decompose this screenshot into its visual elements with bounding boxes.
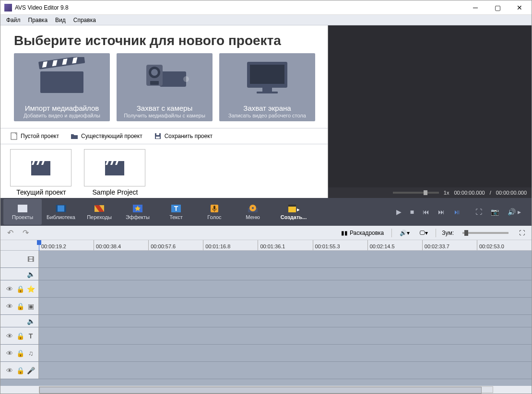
speaker-icon: 🔈 [27, 270, 35, 278]
timeline-ruler[interactable]: 00:00:19.2 00:00:38.4 00:00:57.6 00:01:1… [0, 240, 532, 251]
view-options-button[interactable]: 🖵▾ [417, 229, 430, 237]
fullscreen-button[interactable]: ⛶ [475, 208, 482, 216]
toolstrip: Проекты Библиотека Переходы Эффекты T Те… [0, 198, 532, 226]
card-subtitle: Получить медиафайлы с камеры [124, 113, 205, 118]
play-button[interactable]: ▶ [396, 208, 402, 216]
track-voice[interactable]: 👁 🔒 🎤 [0, 362, 532, 379]
card-subtitle: Записать видео рабочего стола [228, 113, 306, 118]
volume-button[interactable]: 🔊 ▸ [508, 208, 521, 216]
tool-label: Библиотека [47, 214, 75, 220]
microphone-icon [209, 204, 220, 213]
clapperboard-icon [103, 158, 126, 177]
card-capture-camera[interactable]: Захват с камеры Получить медиафайлы с ка… [117, 53, 213, 121]
speed-slider[interactable] [393, 192, 439, 194]
recent-item-sample[interactable]: Sample Project [84, 149, 146, 193]
eye-icon[interactable]: 👁 [6, 302, 13, 310]
ruler-mark: 00:01:55.3 [313, 240, 367, 250]
timeline-scrollbar[interactable] [0, 386, 532, 394]
ruler-mark: 00:00:38.4 [94, 240, 148, 250]
lock-icon[interactable]: 🔒 [16, 349, 24, 357]
next-button[interactable]: ⏭ [438, 208, 445, 216]
card-title: Захват экрана [243, 104, 291, 112]
speed-label: 1x [444, 190, 449, 196]
maximize-button[interactable]: ▢ [486, 0, 508, 15]
eye-icon[interactable]: 👁 [6, 332, 13, 340]
tool-label: Создать... [281, 214, 307, 220]
audio-options-button[interactable]: 🔊▾ [398, 229, 412, 237]
recent-thumb [84, 149, 145, 186]
zoom-slider[interactable] [462, 232, 508, 234]
track-overlay[interactable]: 👁 🔒 ▣ [0, 298, 532, 315]
eye-icon[interactable]: 👁 [6, 349, 13, 357]
zoom-fit-button[interactable]: ⛶ [517, 229, 527, 237]
menu-edit[interactable]: Правка [24, 16, 52, 24]
tool-label: Переходы [87, 214, 112, 220]
preview-status: 1x 00:00:00.000 / 00:00:00.000 [328, 187, 532, 198]
tool-label: Меню [246, 214, 260, 220]
storyboard-icon: ▮▮ [341, 230, 348, 236]
snapshot-button[interactable]: 📷 [491, 208, 499, 216]
close-button[interactable]: ✕ [508, 0, 531, 15]
lock-icon[interactable]: 🔒 [16, 367, 24, 374]
prev-button[interactable]: ⏮ [423, 208, 429, 216]
filmstrip-icon [55, 204, 67, 213]
stop-button[interactable]: ■ [410, 208, 414, 216]
track-overlay-audio[interactable]: 🔈 [0, 315, 532, 327]
track-effects[interactable]: 👁 🔒 ⭐ [0, 280, 532, 298]
text-icon: T [170, 204, 182, 213]
step-button[interactable]: ⏯ [453, 208, 460, 216]
tool-label: Эффекты [126, 214, 150, 220]
storyboard-button[interactable]: ▮▮ Раскадровка [339, 229, 386, 237]
card-title: Импорт медиафайлов [25, 104, 99, 112]
menu-view[interactable]: Вид [51, 16, 70, 24]
action-existing-project[interactable]: Существующий проект [71, 132, 142, 140]
minimize-button[interactable]: ─ [464, 0, 486, 15]
svg-rect-31 [18, 205, 27, 207]
undo-button[interactable]: ↶ [5, 228, 15, 238]
lock-icon[interactable]: 🔒 [16, 302, 24, 310]
music-icon: ♫ [27, 349, 35, 357]
ruler-mark: 00:00:19.2 [39, 240, 94, 250]
recent-item-current[interactable]: Текущий проект [10, 149, 72, 193]
tool-library[interactable]: Библиотека [42, 199, 80, 225]
preview-video [328, 25, 532, 187]
tool-menu[interactable]: Меню [234, 199, 272, 225]
tool-transitions[interactable]: Переходы [80, 199, 118, 225]
divider [391, 229, 392, 237]
track-video-audio[interactable]: 🔈 [0, 268, 532, 280]
lock-icon[interactable]: 🔒 [16, 332, 24, 340]
menu-help[interactable]: Справка [70, 16, 100, 24]
zoom-label: Зум: [442, 230, 454, 236]
ruler-mark: 00:02:14.5 [367, 240, 422, 250]
tool-text[interactable]: T Текст [157, 199, 195, 225]
action-save-project[interactable]: Сохранить проект [154, 132, 213, 140]
recent-projects: Текущий проект Sample Project [0, 144, 328, 198]
tool-projects[interactable]: Проекты [3, 199, 42, 225]
action-empty-project[interactable]: Пустой проект [10, 132, 59, 140]
menu-file[interactable]: Файл [2, 16, 24, 24]
svg-rect-11 [150, 81, 159, 85]
ruler-mark: 00:02:53.0 [477, 240, 532, 250]
lock-icon[interactable]: 🔒 [16, 285, 24, 293]
tool-create[interactable]: Создать... [272, 199, 315, 225]
track-video[interactable]: 🎞 [0, 251, 532, 268]
tool-effects[interactable]: Эффекты [118, 199, 157, 225]
secondary-bar: ↶ ↷ ▮▮ Раскадровка 🔊▾ 🖵▾ Зум: ⛶ [0, 226, 532, 240]
track-text[interactable]: 👁 🔒 T [0, 327, 532, 345]
recent-thumb [10, 149, 71, 186]
tool-voice[interactable]: Голос [195, 199, 234, 225]
disc-icon [247, 204, 259, 213]
eye-icon[interactable]: 👁 [6, 367, 13, 374]
eye-icon[interactable]: 👁 [6, 285, 13, 293]
storyboard-label: Раскадровка [350, 230, 384, 236]
app-icon [4, 4, 12, 12]
star-icon [132, 204, 143, 213]
project-panel: Выберите источник для нового проекта Имп… [0, 25, 328, 198]
card-import-media[interactable]: Импорт медиафайлов Добавить видео и ауди… [14, 53, 110, 121]
card-capture-screen[interactable]: Захват экрана Записать видео рабочего ст… [219, 53, 315, 121]
svg-rect-13 [250, 65, 284, 84]
monitor-icon [238, 57, 296, 95]
project-actions: Пустой проект Существующий проект Сохран… [0, 128, 328, 144]
track-audio[interactable]: 👁 🔒 ♫ [0, 345, 532, 362]
redo-button[interactable]: ↷ [21, 228, 30, 238]
